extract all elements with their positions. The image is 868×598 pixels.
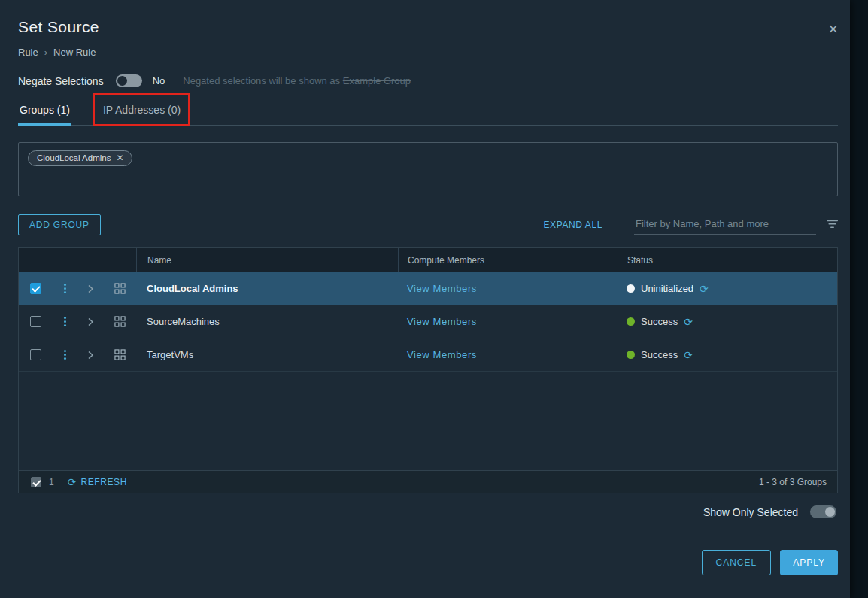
table-row[interactable]: SourceMachines View Members Success ⟳ <box>19 305 837 338</box>
table-row[interactable]: CloudLocal Admins View Members Uninitial… <box>19 272 837 305</box>
column-header-compute-members[interactable]: Compute Members <box>398 248 618 272</box>
toggle-knob <box>825 507 835 517</box>
row-checkbox[interactable] <box>30 283 41 294</box>
close-icon: × <box>828 20 838 38</box>
status-text: Success <box>641 349 678 360</box>
pagination-range: 1 - 3 of 3 Groups <box>759 477 827 487</box>
header-expand-cell <box>77 248 103 272</box>
selected-count: 1 <box>49 477 54 487</box>
view-members-link[interactable]: View Members <box>407 349 477 360</box>
selected-group-chip[interactable]: CloudLocal Admins ✕ <box>28 150 132 166</box>
negate-hint: Negated selections will be shown as Exam… <box>183 75 411 87</box>
add-group-button[interactable]: ADD GROUP <box>18 214 101 235</box>
table-footer: 1 ⟳ REFRESH 1 - 3 of 3 Groups <box>19 470 837 493</box>
group-name[interactable]: SourceMachines <box>136 316 398 327</box>
view-members-link[interactable]: View Members <box>407 316 477 327</box>
group-name[interactable]: TargetVMs <box>136 349 398 360</box>
dialog-header: Set Source × <box>18 18 838 38</box>
status-dot <box>627 351 635 359</box>
filter-field <box>634 215 838 235</box>
show-only-selected-label: Show Only Selected <box>703 506 798 518</box>
header-select-cell <box>19 248 52 272</box>
negate-hint-text: Negated selections will be shown as <box>183 75 340 87</box>
tab-bar: Groups (1) IP Addresses (0) <box>18 99 838 126</box>
view-members-link[interactable]: View Members <box>407 283 477 294</box>
breadcrumb: Rule › New Rule <box>18 47 838 58</box>
tab-ip-addresses[interactable]: IP Addresses (0) <box>102 99 182 125</box>
table-body: CloudLocal Admins View Members Uninitial… <box>19 272 837 470</box>
row-checkbox[interactable] <box>30 349 41 360</box>
chevron-right-icon: › <box>44 47 47 58</box>
header-icon-cell <box>103 248 136 272</box>
negate-selections-row: Negate Selections No Negated selections … <box>18 74 838 87</box>
breadcrumb-current: New Rule <box>53 47 96 58</box>
negate-selections-label: Negate Selections <box>18 75 104 87</box>
expand-all-link[interactable]: EXPAND ALL <box>544 220 602 230</box>
negate-toggle[interactable] <box>116 74 142 87</box>
refresh-control[interactable]: ⟳ REFRESH <box>68 477 127 487</box>
chevron-right-icon[interactable] <box>87 317 94 326</box>
table-row[interactable]: TargetVMs View Members Success ⟳ <box>19 338 837 372</box>
kebab-menu-icon[interactable] <box>64 354 66 356</box>
table-header-row: Name Compute Members Status <box>19 248 837 272</box>
refresh-icon[interactable]: ⟳ <box>700 284 709 294</box>
chip-label: CloudLocal Admins <box>37 153 111 162</box>
header-menu-cell <box>52 248 77 272</box>
kebab-menu-icon[interactable] <box>64 287 66 290</box>
chip-remove-icon[interactable]: ✕ <box>116 153 123 162</box>
refresh-icon[interactable]: ⟳ <box>684 317 693 327</box>
status-dot <box>627 284 635 293</box>
group-icon <box>114 349 126 360</box>
chevron-right-icon[interactable] <box>87 351 94 360</box>
column-header-name[interactable]: Name <box>136 248 398 272</box>
page-title: Set Source <box>18 18 99 36</box>
breadcrumb-root[interactable]: Rule <box>18 47 38 58</box>
dialog-actions: CANCEL APPLY <box>702 550 839 575</box>
kebab-menu-icon[interactable] <box>64 320 66 323</box>
row-checkbox[interactable] <box>30 316 41 327</box>
footer-selected-checkbox[interactable] <box>31 477 41 487</box>
group-name[interactable]: CloudLocal Admins <box>136 283 398 294</box>
table-toolbar: ADD GROUP EXPAND ALL <box>18 214 838 235</box>
chevron-right-icon[interactable] <box>87 284 94 293</box>
group-icon <box>114 316 126 327</box>
status-text: Success <box>641 316 678 327</box>
refresh-icon[interactable]: ⟳ <box>68 477 77 487</box>
show-only-selected-row: Show Only Selected <box>18 505 838 518</box>
close-button[interactable]: × <box>828 21 838 38</box>
status-text: Uninitialized <box>641 283 693 294</box>
show-only-selected-toggle[interactable] <box>810 505 836 518</box>
negate-toggle-state: No <box>153 75 165 87</box>
tab-groups[interactable]: Groups (1) <box>18 99 71 125</box>
refresh-icon[interactable]: ⟳ <box>684 350 693 360</box>
filter-icon[interactable] <box>827 218 838 235</box>
tab-ip-addresses-label: IP Addresses (0) <box>103 104 181 116</box>
cancel-button[interactable]: CANCEL <box>702 550 772 575</box>
group-icon <box>114 283 126 294</box>
toggle-knob <box>117 76 127 86</box>
groups-table: Name Compute Members Status CloudLocal A… <box>18 247 838 493</box>
refresh-link[interactable]: REFRESH <box>80 477 127 487</box>
set-source-dialog: Set Source × Rule › New Rule Negate Sele… <box>0 0 850 598</box>
status-dot <box>627 317 635 326</box>
filter-input[interactable] <box>634 215 816 235</box>
selected-groups-box: CloudLocal Admins ✕ <box>18 142 838 196</box>
apply-button[interactable]: APPLY <box>780 550 838 575</box>
column-header-status[interactable]: Status <box>618 248 837 272</box>
negate-hint-example: Example Group <box>343 75 411 87</box>
